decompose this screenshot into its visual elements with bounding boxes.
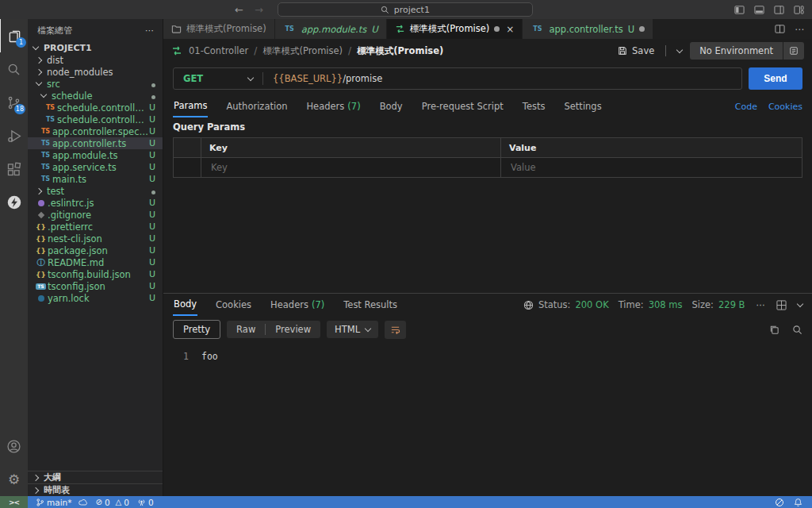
bell-icon[interactable] [794,498,802,507]
activity-extensions[interactable] [0,152,28,186]
view-mode-raw[interactable]: Raw [227,321,265,338]
collapse-panel-icon[interactable] [798,302,802,308]
activity-thunder-client[interactable] [0,186,28,219]
activity-explorer[interactable]: 1 [0,19,29,52]
tree-item-file[interactable]: .gitignoreU [28,209,163,221]
value-input[interactable] [509,161,802,174]
toggle-panel-icon[interactable] [754,5,764,15]
tree-item-file[interactable]: TSschedule.controller.spec.tsU [28,102,163,114]
tab-body[interactable]: Body [379,96,404,117]
tab-authorization[interactable]: Authorization [225,96,288,117]
environment-selector[interactable]: No Environment [690,42,783,60]
tree-item-file[interactable]: TSapp.service.tsU [28,161,163,173]
more-actions-icon[interactable]: ⋯ [756,299,766,310]
more-actions-icon[interactable]: ⋯ [795,24,804,35]
tree-item-file[interactable]: {}nest-cli.jsonU [28,233,163,244]
close-icon[interactable]: × [506,24,514,35]
back-icon[interactable]: ← [235,4,243,16]
tab-headers[interactable]: Headers(7) [305,96,361,117]
code-link[interactable]: Code [735,102,757,112]
tab-tests[interactable]: Tests [522,96,546,117]
problems-indicator[interactable]: ⊘ 0 △ 0 [96,498,129,507]
tab-pre-request-script[interactable]: Pre-request Script [421,96,504,117]
tree-item-file[interactable]: {}.prettierrcU [28,221,163,233]
tree-item-schedule[interactable]: schedule [28,90,163,102]
response-body[interactable]: 1 foo [163,343,812,496]
tab-response-body[interactable]: Body [173,294,197,316]
account-icon[interactable] [0,429,28,463]
tree-item-file[interactable]: TSmain.tsU [28,173,163,185]
activity-run-debug[interactable] [0,119,28,152]
run-debug-icon [6,128,22,144]
save-button[interactable]: Save [618,45,654,56]
view-mode-pretty[interactable]: Pretty [173,320,220,339]
url-input[interactable]: {{BASE_URL}}/promise [263,73,382,84]
tab-app-module[interactable]: TS app.module.ts U [275,19,387,39]
tree-item-node-modules[interactable]: node_modules [28,66,163,78]
tree-item-src[interactable]: src [28,78,163,90]
cookies-link[interactable]: Cookies [768,102,802,112]
ports-indicator[interactable]: 0 [137,498,154,507]
breadcrumb-item-current[interactable]: 標準模式(Promise) [357,45,443,57]
section-timeline[interactable]: 時間表 [28,483,163,496]
tree-item-file[interactable]: TStsconfig.jsonU [28,280,163,292]
copilot-icon[interactable] [775,498,784,507]
send-button[interactable]: Send [749,67,802,90]
tree-item-file[interactable]: yarn.lockU [28,292,163,304]
tree-item-test[interactable]: test [28,185,163,197]
word-wrap-button[interactable] [385,321,406,339]
more-actions-icon[interactable]: ⋯ [145,25,155,36]
tree-item-file[interactable]: TSschedule.controller.tsU [28,114,163,125]
tab-test-results[interactable]: Test Results [343,294,398,315]
tab-response-cookies[interactable]: Cookies [215,294,252,315]
environment-icon[interactable] [783,42,804,60]
tree-item-file[interactable]: .eslintrc.jsU [28,197,163,209]
sync-cloud-icon [79,498,88,506]
tree-item-file-selected[interactable]: TSapp.controller.tsU [28,137,163,149]
tab-response-headers[interactable]: Headers(7) [270,294,325,315]
breadcrumb-item[interactable]: 01-Controller [189,45,248,56]
branch-indicator[interactable]: main* [36,498,88,507]
key-input[interactable] [209,161,500,174]
split-editor-icon[interactable] [775,24,785,34]
untracked-badge: U [149,114,155,125]
search-input[interactable]: project1 [278,2,533,17]
toggle-sidebar-icon[interactable] [734,5,745,15]
method-select[interactable]: GET [174,73,262,84]
activity-source-control[interactable]: 18 [0,86,28,119]
section-outline[interactable]: 大綱 [28,471,163,483]
tree-item-file[interactable]: TSapp.controller.spec.tsU [28,125,163,137]
ts-icon: TS [283,25,297,33]
save-dropdown-icon[interactable] [676,47,683,53]
checkbox-cell[interactable] [174,158,201,177]
modified-dot [151,83,155,87]
chevron-right-icon [36,56,42,63]
tree-item-dist[interactable]: dist [28,54,163,66]
tab-collection[interactable]: 標準模式(Promise) [163,19,275,39]
tree-item-file[interactable]: ⓘREADME.mdU [28,256,163,268]
settings-gear-icon[interactable]: ⚙ [0,463,28,496]
copy-icon[interactable] [769,325,779,335]
format-select[interactable]: HTML [327,321,378,338]
tree-item-file[interactable]: {}tsconfig.build.jsonU [28,268,163,280]
remote-indicator[interactable]: >< [0,496,28,508]
tree-item-file[interactable]: TSapp.module.tsU [28,149,163,161]
tab-settings[interactable]: Settings [563,96,602,117]
project-root[interactable]: PROJECT1 [28,41,163,54]
tree-item-file[interactable]: {}package.jsonU [28,244,163,256]
open-in-editor-icon[interactable] [776,300,787,310]
toggle-secondary-sidebar-icon[interactable] [774,5,784,15]
customize-layout-icon[interactable] [794,5,804,15]
response-panel: Body Cookies Headers(7) Test Results Sta… [163,293,812,496]
tab-app-controller[interactable]: TS app.controller.ts U [523,19,653,39]
breadcrumb-item[interactable]: 標準模式(Promise) [262,45,343,57]
forward-icon[interactable]: → [255,4,263,16]
tab-params[interactable]: Params [173,95,208,117]
search-icon[interactable] [792,325,802,335]
view-mode-preview[interactable]: Preview [266,321,320,338]
branch-icon [36,498,44,507]
tab-thunder-request[interactable]: 標準模式(Promise) × [387,19,523,39]
git-icon [34,213,48,217]
activity-search[interactable] [0,52,28,86]
search-icon [6,61,22,78]
